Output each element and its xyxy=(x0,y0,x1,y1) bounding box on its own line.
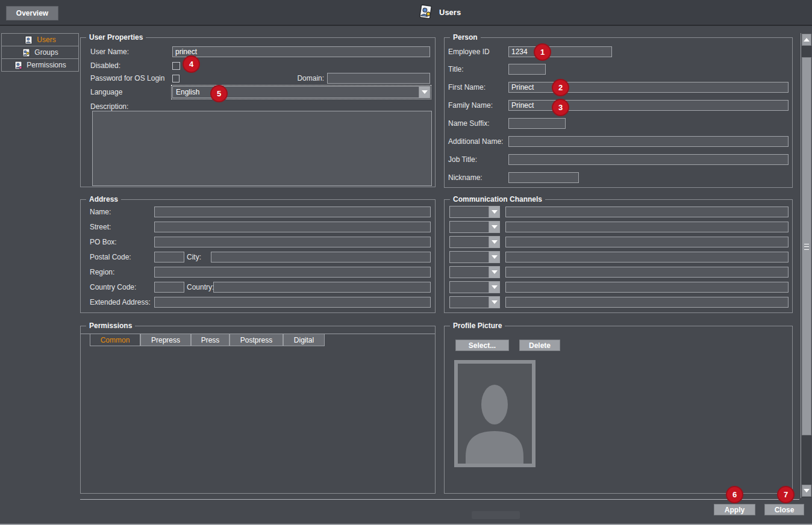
po-box-input[interactable] xyxy=(154,237,431,247)
po-box-label: PO Box: xyxy=(90,238,154,246)
description-textarea[interactable] xyxy=(92,111,432,186)
country-label: Country: xyxy=(187,283,213,291)
tab-postpress[interactable]: Postpress xyxy=(230,334,283,346)
permissions-icon xyxy=(14,61,23,70)
scroll-down-button[interactable] xyxy=(802,485,811,497)
triangle-down-icon xyxy=(804,489,810,492)
close-button[interactable]: Close xyxy=(764,504,804,515)
address-panel: Address Name: Street: PO Box: Postal Cod… xyxy=(80,199,436,313)
panel-title: User Properties xyxy=(86,33,146,42)
language-label: Language xyxy=(90,88,172,96)
scrollbar-grip-icon xyxy=(804,244,809,250)
chevron-down-icon[interactable] xyxy=(489,222,499,232)
annotation-badge-7: 7 xyxy=(777,486,795,503)
additional-name-input[interactable] xyxy=(508,136,789,147)
country-code-input[interactable] xyxy=(154,282,184,293)
chevron-down-icon[interactable] xyxy=(489,252,499,262)
country-input[interactable] xyxy=(213,282,431,293)
channel-type-dropdown[interactable] xyxy=(449,206,500,218)
job-title-label: Job Title: xyxy=(448,155,508,164)
name-suffix-label: Name Suffix: xyxy=(448,119,508,128)
person-silhouette-icon xyxy=(458,373,532,464)
scroll-up-button[interactable] xyxy=(802,34,811,46)
annotation-badge-2: 2 xyxy=(552,79,569,96)
disabled-label: Disabled: xyxy=(90,61,172,70)
panel-title: Profile Picture xyxy=(450,322,505,330)
chevron-down-icon[interactable] xyxy=(489,297,499,308)
tab-press[interactable]: Press xyxy=(191,334,230,346)
channel-type-dropdown[interactable] xyxy=(449,281,500,293)
scrollbar-thumb[interactable] xyxy=(802,57,811,435)
tab-prepress[interactable]: Prepress xyxy=(140,334,191,346)
title-input[interactable] xyxy=(508,64,546,75)
panel-title: Person xyxy=(450,33,481,42)
sidebar: Users Groups Per xyxy=(1,34,79,72)
delete-picture-button[interactable]: Delete xyxy=(519,340,560,351)
channel-value-input[interactable] xyxy=(505,237,789,247)
app-window: Overview Users xyxy=(0,0,812,525)
sidebar-item-label: Permissions xyxy=(27,61,66,69)
password-os-checkbox[interactable] xyxy=(172,75,180,82)
sidebar-item-users[interactable]: Users xyxy=(1,33,79,46)
employee-id-label: Employee ID xyxy=(448,48,508,56)
user-name-label: User Name: xyxy=(90,48,172,56)
channel-value-input[interactable] xyxy=(505,222,789,232)
nickname-input[interactable] xyxy=(508,172,579,183)
postal-code-input[interactable] xyxy=(154,252,184,262)
sidebar-item-label: Groups xyxy=(34,48,58,57)
address-name-input[interactable] xyxy=(154,207,431,217)
user-name-input[interactable] xyxy=(172,46,430,57)
triangle-up-icon xyxy=(804,38,810,42)
tab-digital[interactable]: Digital xyxy=(283,334,325,346)
channel-value-input[interactable] xyxy=(505,267,789,278)
channel-type-dropdown[interactable] xyxy=(449,221,500,233)
family-name-label: Family Name: xyxy=(448,101,508,110)
title-label: Title: xyxy=(448,65,508,73)
first-name-input[interactable] xyxy=(508,82,789,93)
channel-value-input[interactable] xyxy=(505,297,789,308)
chevron-down-icon[interactable] xyxy=(489,267,499,278)
panel-title: Permissions xyxy=(86,322,135,330)
channel-type-dropdown[interactable] xyxy=(449,266,500,278)
window-resize-grip[interactable] xyxy=(472,511,520,519)
channel-type-dropdown[interactable] xyxy=(449,296,500,308)
domain-label: Domain: xyxy=(297,74,324,82)
extended-address-input[interactable] xyxy=(154,297,431,308)
street-input[interactable] xyxy=(154,222,431,232)
sidebar-item-groups[interactable]: Groups xyxy=(1,46,79,59)
annotation-badge-6: 6 xyxy=(726,486,743,503)
topbar: Overview Users xyxy=(0,0,812,26)
description-label: Description: xyxy=(90,102,128,111)
channel-value-input[interactable] xyxy=(505,252,789,262)
channel-type-dropdown[interactable] xyxy=(449,236,500,248)
region-label: Region: xyxy=(90,268,154,276)
city-input[interactable] xyxy=(211,252,431,262)
annotation-badge-3: 3 xyxy=(552,99,569,116)
family-name-input[interactable] xyxy=(508,100,789,111)
apply-button[interactable]: Apply xyxy=(714,504,755,515)
select-picture-button[interactable]: Select... xyxy=(455,340,509,351)
chevron-down-icon[interactable] xyxy=(489,207,499,217)
employee-id-input[interactable] xyxy=(508,46,612,57)
overview-button[interactable]: Overview xyxy=(6,6,58,20)
region-input[interactable] xyxy=(154,267,431,278)
groups-icon xyxy=(22,48,31,57)
tab-common[interactable]: Common xyxy=(90,334,140,346)
city-label: City: xyxy=(187,253,211,261)
address-name-label: Name: xyxy=(90,208,154,216)
chevron-down-icon[interactable] xyxy=(489,282,499,293)
name-suffix-input[interactable] xyxy=(508,118,566,129)
job-title-input[interactable] xyxy=(508,154,789,165)
user-properties-panel: User Properties User Name: Disabled: Pas… xyxy=(80,37,436,187)
chevron-down-icon[interactable] xyxy=(489,237,499,247)
channel-type-dropdown[interactable] xyxy=(449,251,500,263)
communication-channels-panel: Communication Channels xyxy=(444,199,793,313)
channel-value-input[interactable] xyxy=(505,207,789,217)
disabled-checkbox[interactable] xyxy=(172,62,180,70)
sidebar-item-permissions[interactable]: Permissions xyxy=(1,58,79,72)
chevron-down-icon[interactable] xyxy=(419,87,429,98)
domain-input[interactable] xyxy=(327,73,430,84)
vertical-scrollbar[interactable] xyxy=(801,33,811,498)
channel-value-input[interactable] xyxy=(505,282,789,293)
nickname-label: Nickname: xyxy=(448,173,508,182)
